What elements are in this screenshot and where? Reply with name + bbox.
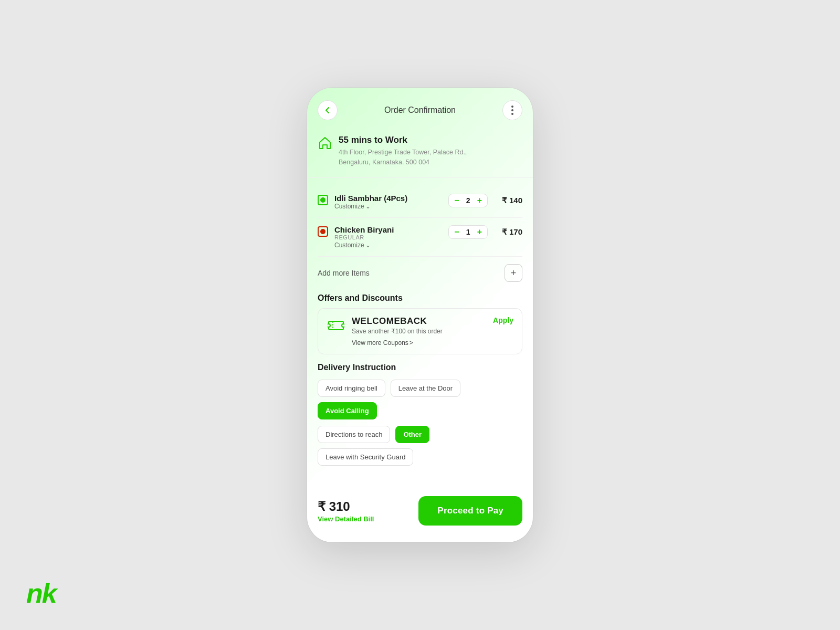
quantity-value: 2 [465,196,472,205]
item-left: Chicken Biryani REGULAR Customize ⌄ [318,225,394,249]
nk-logo: nk [26,578,56,609]
total-section: ₹ 310 View Detailed Bill [318,499,374,523]
chip-avoid-calling[interactable]: Avoid Calling [318,402,377,419]
chip-directions[interactable]: Directions to reach [318,426,390,443]
dot3 [511,113,513,115]
decrease-button[interactable]: − [454,228,459,236]
svg-point-2 [342,324,344,327]
offer-content: WELCOMEBACK Save another ₹100 on this or… [352,316,513,346]
delivery-text: 55 mins to Work 4th Floor, Prestige Trad… [339,135,467,167]
delivery-info: 55 mins to Work 4th Floor, Prestige Trad… [307,129,533,178]
item-price: ₹ 140 [495,196,522,205]
apply-button[interactable]: Apply [493,316,513,324]
bottom-bar: ₹ 310 View Detailed Bill Proceed to Pay [307,486,533,526]
increase-button[interactable]: + [477,196,482,205]
home-icon [318,136,332,151]
coupon-desc: Save another ₹100 on this order [352,328,513,335]
chip-leave-door[interactable]: Leave at the Door [391,380,460,397]
total-amount: ₹ 310 [318,499,374,514]
delivery-instruction-section: Delivery Instruction Avoid ringing bell … [307,354,533,477]
item-right: − 1 + ₹ 170 [448,225,522,239]
offers-section: Offers and Discounts WELCOMEBACK Save an… [307,285,533,354]
customize-link[interactable]: Customize ⌄ [334,242,394,249]
cart-section: Idli Sambhar (4Pcs) Customize ⌄ − 2 + ₹ … [307,178,533,285]
nonveg-dot [320,229,326,234]
chip-other[interactable]: Other [395,426,429,443]
cart-item: Chicken Biryani REGULAR Customize ⌄ − 1 … [318,218,522,257]
coupon-icon [327,316,345,335]
item-details: Chicken Biryani REGULAR Customize ⌄ [334,225,394,249]
veg-dot [320,197,326,203]
app-header: Order Confirmation [307,88,533,129]
item-details: Idli Sambhar (4Pcs) Customize ⌄ [334,194,407,210]
offers-title: Offers and Discounts [307,285,533,308]
quantity-value: 1 [465,228,472,236]
item-right: − 2 + ₹ 140 [448,194,522,207]
nonveg-indicator [318,226,328,237]
view-coupons-link[interactable]: View more Coupons > [352,339,513,346]
decrease-button[interactable]: − [454,196,459,205]
item-name: Idli Sambhar (4Pcs) [334,194,407,203]
customize-link[interactable]: Customize ⌄ [334,203,407,210]
view-bill-link[interactable]: View Detailed Bill [318,515,374,523]
delivery-instruction-title: Delivery Instruction [318,363,522,372]
quantity-control: − 1 + [448,225,488,239]
svg-point-1 [328,324,330,327]
increase-button[interactable]: + [477,228,482,236]
menu-button[interactable] [502,100,522,120]
quantity-control: − 2 + [448,194,488,207]
svg-rect-0 [329,321,343,330]
phone-frame: Order Confirmation 55 mins to Work 4th F… [307,88,533,543]
add-more-button[interactable]: + [505,264,522,282]
item-left: Idli Sambhar (4Pcs) Customize ⌄ [318,194,407,210]
add-more-row: Add more Items + [318,257,522,285]
instruction-chips-row1: Avoid ringing bell Leave at the Door Avo… [318,380,522,419]
dot2 [511,109,513,111]
cart-item: Idli Sambhar (4Pcs) Customize ⌄ − 2 + ₹ … [318,186,522,218]
add-more-label: Add more Items [318,269,370,277]
dot1 [511,106,513,108]
item-tag: REGULAR [334,234,394,240]
item-name: Chicken Biryani [334,225,394,234]
coupon-code: WELCOMEBACK [352,316,513,327]
page-title: Order Confirmation [384,106,456,115]
delivery-address: 4th Floor, Prestige Trade Tower, Palace … [339,148,467,167]
proceed-to-pay-button[interactable]: Proceed to Pay [418,496,522,526]
delivery-time: 55 mins to Work [339,135,467,145]
offer-card: WELCOMEBACK Save another ₹100 on this or… [318,308,522,354]
chip-security[interactable]: Leave with Security Guard [318,448,413,466]
back-button[interactable] [318,100,338,120]
chip-avoid-ringing[interactable]: Avoid ringing bell [318,380,385,397]
item-price: ₹ 170 [495,227,522,237]
veg-indicator [318,195,328,205]
instruction-chips-row2: Directions to reach Other Leave with Sec… [318,426,522,466]
